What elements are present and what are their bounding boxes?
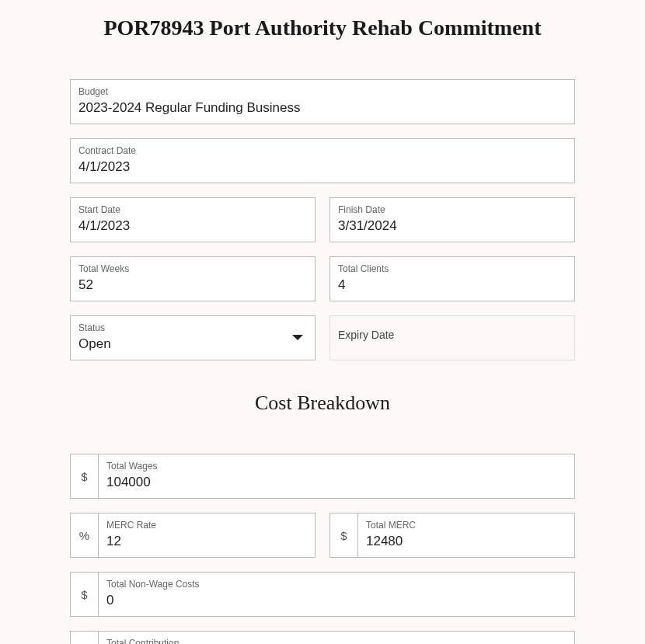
contract-date-label: Contract Date xyxy=(78,145,567,156)
total-merc-label: Total MERC xyxy=(366,520,567,531)
total-contribution-label: Total Contribution xyxy=(106,638,567,644)
merc-rate-field[interactable]: MERC Rate xyxy=(98,513,316,558)
contract-date-input[interactable] xyxy=(78,159,567,175)
dollar-prefix-icon: $ xyxy=(329,513,357,558)
finish-date-label: Finish Date xyxy=(338,204,567,215)
page-title: POR78943 Port Authority Rehab Commitment xyxy=(70,16,575,40)
merc-rate-input[interactable] xyxy=(106,534,307,549)
start-date-label: Start Date xyxy=(78,204,307,215)
total-non-wage-group: $ Total Non-Wage Costs xyxy=(70,572,575,617)
percent-prefix-icon: % xyxy=(70,513,98,558)
budget-field[interactable]: Budget xyxy=(70,79,575,124)
status-value: Open xyxy=(78,336,307,352)
start-date-input[interactable] xyxy=(78,218,307,234)
dollar-prefix-icon: $ xyxy=(70,454,98,499)
dollar-prefix-icon: $ xyxy=(70,631,98,644)
expiry-date-label: Expiry Date xyxy=(338,329,567,341)
chevron-down-icon xyxy=(291,334,304,342)
total-contribution-group: $ Total Contribution xyxy=(70,631,575,644)
dollar-prefix-icon: $ xyxy=(70,572,98,617)
total-merc-input[interactable] xyxy=(366,534,567,549)
total-weeks-field[interactable]: Total Weeks xyxy=(70,256,316,301)
total-wages-label: Total Wages xyxy=(106,461,567,472)
total-non-wage-input[interactable] xyxy=(106,593,567,608)
merc-rate-label: MERC Rate xyxy=(106,520,307,531)
section-title: Cost Breakdown xyxy=(70,392,575,415)
budget-label: Budget xyxy=(78,86,567,97)
finish-date-field[interactable]: Finish Date xyxy=(329,197,575,242)
total-clients-label: Total Clients xyxy=(338,263,567,274)
contract-date-field[interactable]: Contract Date xyxy=(70,138,575,183)
total-wages-group: $ Total Wages xyxy=(70,454,575,499)
merc-rate-group: % MERC Rate xyxy=(70,513,316,558)
start-date-field[interactable]: Start Date xyxy=(70,197,316,242)
total-contribution-field[interactable]: Total Contribution xyxy=(98,631,575,644)
total-merc-group: $ Total MERC xyxy=(329,513,575,558)
expiry-date-field[interactable]: Expiry Date xyxy=(329,315,575,360)
total-wages-input[interactable] xyxy=(106,475,567,490)
total-weeks-input[interactable] xyxy=(78,277,307,293)
total-weeks-label: Total Weeks xyxy=(78,263,307,274)
total-wages-field[interactable]: Total Wages xyxy=(98,454,575,499)
budget-input[interactable] xyxy=(78,100,567,116)
total-non-wage-field[interactable]: Total Non-Wage Costs xyxy=(98,572,575,617)
total-clients-field[interactable]: Total Clients xyxy=(329,256,575,301)
total-clients-input[interactable] xyxy=(338,277,567,293)
total-merc-field[interactable]: Total MERC xyxy=(357,513,575,558)
status-field[interactable]: Status Open xyxy=(70,315,316,360)
total-non-wage-label: Total Non-Wage Costs xyxy=(106,579,567,590)
status-label: Status xyxy=(78,322,307,333)
finish-date-input[interactable] xyxy=(338,218,567,234)
